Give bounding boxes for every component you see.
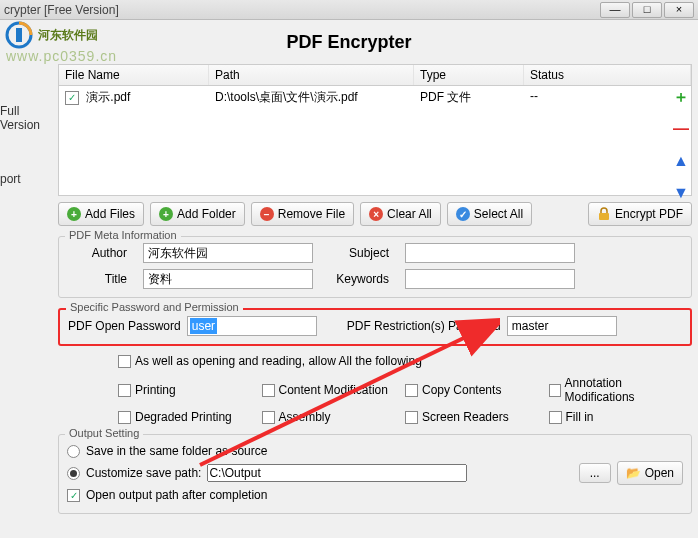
row-type: PDF 文件 <box>414 86 524 109</box>
radio-icon <box>67 445 80 458</box>
down-icon[interactable]: ▼ <box>672 184 690 202</box>
row-filename: 演示.pdf <box>86 90 130 104</box>
checkbox-icon: ✓ <box>67 489 80 502</box>
toolbar: +Add Files +Add Folder −Remove File ×Cle… <box>58 202 692 226</box>
perm-group-title: Specific Password and Permission <box>66 301 243 313</box>
permission-group: Specific Password and Permission PDF Ope… <box>58 308 692 346</box>
file-grid: File Name Path Type Status ✓ 演示.pdf D:\t… <box>58 64 692 196</box>
subject-input[interactable] <box>405 243 575 263</box>
header: 河东软件园 PDF Encrypter <box>0 20 698 64</box>
keywords-input[interactable] <box>405 269 575 289</box>
meta-group: PDF Meta Information Author Subject Titl… <box>58 236 692 298</box>
custom-path-input[interactable] <box>207 464 467 482</box>
encrypt-pdf-button[interactable]: Encrypt PDF <box>588 202 692 226</box>
allow-all-check[interactable]: As well as opening and reading, allow Al… <box>118 354 422 368</box>
close-button[interactable]: × <box>664 2 694 18</box>
content-mod-check[interactable]: Content Modification <box>262 376 398 404</box>
meta-group-title: PDF Meta Information <box>65 229 181 241</box>
title-input[interactable] <box>143 269 313 289</box>
col-header-status[interactable]: Status <box>524 65 691 85</box>
output-group-title: Output Setting <box>65 427 143 439</box>
col-header-type[interactable]: Type <box>414 65 524 85</box>
sidebar-item-full-version[interactable]: Full Version <box>0 104 52 132</box>
clear-all-button[interactable]: ×Clear All <box>360 202 441 226</box>
plus-icon: + <box>67 207 81 221</box>
add-icon[interactable]: ＋ <box>672 88 690 106</box>
sidebar: Full Version port <box>0 64 52 538</box>
annotation-check[interactable]: Annotation Modifications <box>549 376 685 404</box>
restrict-pw-input[interactable] <box>507 316 617 336</box>
restrict-pw-label: PDF Restriction(s) Password <box>347 319 501 333</box>
maximize-button[interactable]: □ <box>632 2 662 18</box>
logo: 河东软件园 <box>4 20 98 50</box>
open-pw-label: PDF Open Password <box>68 319 181 333</box>
folder-icon: 📂 <box>626 466 641 480</box>
browse-button[interactable]: ... <box>579 463 611 483</box>
open-after-check[interactable]: ✓ Open output path after completion <box>67 488 683 502</box>
assembly-check[interactable]: Assembly <box>262 410 398 424</box>
open-folder-button[interactable]: 📂Open <box>617 461 683 485</box>
remove-file-button[interactable]: −Remove File <box>251 202 354 226</box>
fillin-check[interactable]: Fill in <box>549 410 685 424</box>
remove-icon[interactable]: — <box>672 120 690 138</box>
row-status: -- <box>524 86 691 109</box>
row-checkbox[interactable]: ✓ <box>65 91 79 105</box>
author-input[interactable] <box>143 243 313 263</box>
check-icon: ✓ <box>456 207 470 221</box>
page-title: PDF Encrypter <box>286 32 411 53</box>
svg-rect-2 <box>599 213 609 220</box>
screen-check[interactable]: Screen Readers <box>405 410 541 424</box>
minimize-button[interactable]: — <box>600 2 630 18</box>
keywords-label: Keywords <box>329 272 389 286</box>
add-files-button[interactable]: +Add Files <box>58 202 144 226</box>
up-icon[interactable]: ▲ <box>672 152 690 170</box>
degraded-check[interactable]: Degraded Printing <box>118 410 254 424</box>
open-pw-input[interactable]: user <box>187 316 317 336</box>
custom-path-radio[interactable] <box>67 467 80 480</box>
minus-icon: − <box>260 207 274 221</box>
row-path: D:\tools\桌面\文件\演示.pdf <box>209 86 414 109</box>
col-header-path[interactable]: Path <box>209 65 414 85</box>
custom-path-label: Customize save path: <box>86 466 201 480</box>
lock-icon <box>597 207 611 221</box>
side-actions: ＋ — ▲ ▼ <box>672 88 690 202</box>
logo-icon <box>4 20 34 50</box>
checkbox-icon <box>118 355 131 368</box>
table-row[interactable]: ✓ 演示.pdf D:\tools\桌面\文件\演示.pdf PDF 文件 -- <box>59 86 691 109</box>
same-folder-radio[interactable]: Save in the same folder as source <box>67 444 683 458</box>
sidebar-item-port[interactable]: port <box>0 172 52 186</box>
col-header-file[interactable]: File Name <box>59 65 209 85</box>
select-all-button[interactable]: ✓Select All <box>447 202 532 226</box>
printing-check[interactable]: Printing <box>118 376 254 404</box>
titlebar: crypter [Free Version] — □ × <box>0 0 698 20</box>
copy-check[interactable]: Copy Contents <box>405 376 541 404</box>
plus-icon: + <box>159 207 173 221</box>
output-group: Output Setting Save in the same folder a… <box>58 434 692 514</box>
subject-label: Subject <box>329 246 389 260</box>
svg-rect-1 <box>16 28 22 42</box>
add-folder-button[interactable]: +Add Folder <box>150 202 245 226</box>
window-title: crypter [Free Version] <box>4 3 119 17</box>
author-label: Author <box>67 246 127 260</box>
x-icon: × <box>369 207 383 221</box>
title-label: Title <box>67 272 127 286</box>
